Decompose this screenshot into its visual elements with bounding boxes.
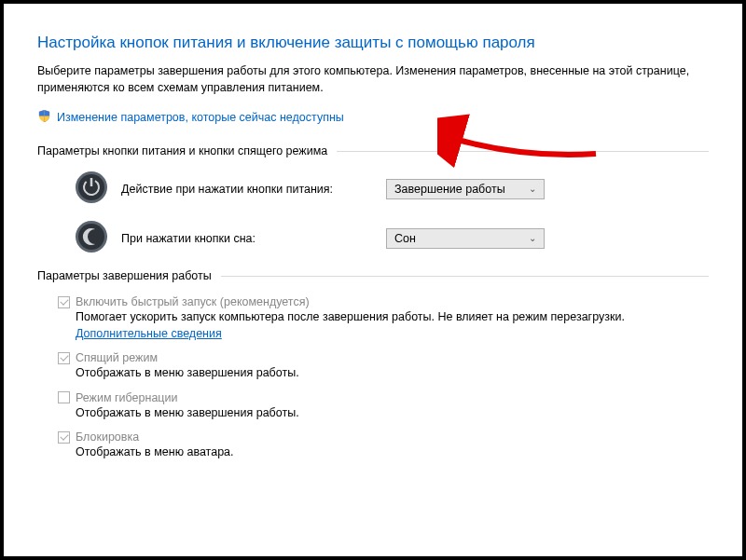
chevron-down-icon: ⌄ <box>529 233 536 243</box>
moon-icon <box>75 220 108 256</box>
sleep-mode-label: Спящий режим <box>76 351 158 364</box>
shutdown-section-header: Параметры завершения работы <box>37 269 709 282</box>
lock-desc: Отображать в меню аватара. <box>76 444 709 461</box>
lock-label: Блокировка <box>76 430 139 444</box>
power-button-option: Действие при нажатии кнопки питания: Зав… <box>75 171 709 207</box>
power-icon <box>75 171 108 207</box>
power-settings-panel: Настройка кнопок питания и включение защ… <box>4 4 742 556</box>
hibernate-checkbox[interactable] <box>58 391 70 403</box>
sleep-mode-desc: Отображать в меню завершения работы. <box>76 365 709 382</box>
power-button-label: Действие при нажатии кнопки питания: <box>121 183 373 196</box>
page-title: Настройка кнопок питания и включение защ… <box>37 34 709 52</box>
power-button-select[interactable]: Завершение работы ⌄ <box>386 179 545 199</box>
sleep-mode-checkbox[interactable] <box>58 352 70 364</box>
change-unavailable-link[interactable]: Изменение параметров, которые сейчас нед… <box>37 109 709 126</box>
sleep-button-select[interactable]: Сон ⌄ <box>386 228 545 249</box>
lock-checkbox[interactable] <box>58 431 70 444</box>
change-unavailable-link-text: Изменение параметров, которые сейчас нед… <box>57 111 344 124</box>
fast-startup-checkbox[interactable] <box>58 296 70 308</box>
page-description: Выберите параметры завершения работы для… <box>37 63 709 96</box>
shield-icon <box>37 109 51 126</box>
hibernate-label: Режим гибернации <box>76 391 177 404</box>
sleep-button-label: При нажатии кнопки сна: <box>121 232 373 245</box>
sleep-mode-option: Спящий режим Отображать в меню завершени… <box>58 351 709 382</box>
hibernate-option: Режим гибернации Отображать в меню завер… <box>58 391 709 422</box>
hibernate-desc: Отображать в меню завершения работы. <box>76 405 709 422</box>
fast-startup-desc: Помогает ускорить запуск компьютера посл… <box>76 309 709 342</box>
fast-startup-label: Включить быстрый запуск (рекомендуется) <box>76 295 310 308</box>
fast-startup-option: Включить быстрый запуск (рекомендуется) … <box>58 295 709 342</box>
buttons-section-header: Параметры кнопки питания и кнопки спящег… <box>37 144 709 157</box>
svg-point-6 <box>78 224 104 250</box>
chevron-down-icon: ⌄ <box>529 184 536 194</box>
sleep-button-option: При нажатии кнопки сна: Сон ⌄ <box>75 220 709 256</box>
lock-option: Блокировка Отображать в меню аватара. <box>58 430 709 461</box>
more-info-link[interactable]: Дополнительные сведения <box>76 327 222 340</box>
